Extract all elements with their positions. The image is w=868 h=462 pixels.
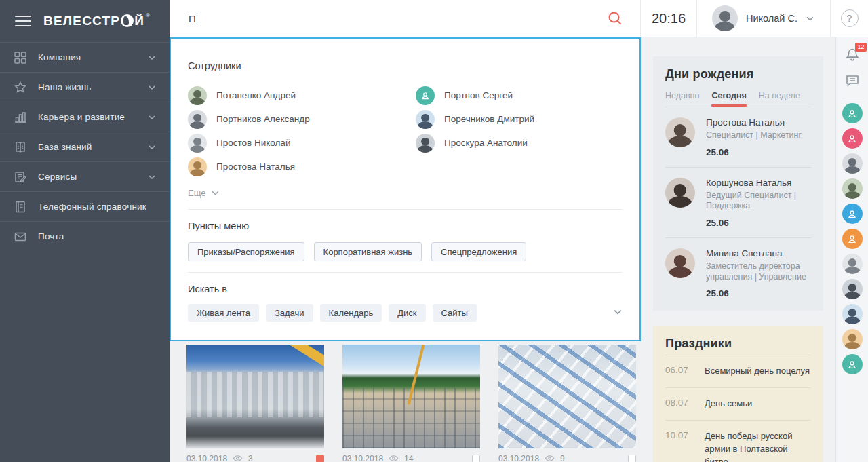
feed-date: 03.10.2018 <box>186 454 227 462</box>
birthday-avatar <box>665 178 695 208</box>
contact-avatar[interactable] <box>842 178 863 199</box>
birthdays-tabs: Недавно Сегодня На неделе <box>665 91 811 107</box>
chevron-down-icon <box>148 83 156 92</box>
sidebar: ВЕЛЕССТРЙ® Компания Наша жизнь Карьера и… <box>0 0 170 462</box>
employee-result[interactable]: Простова Наталья <box>188 157 416 176</box>
media-badge-icon <box>472 455 480 462</box>
employee-result[interactable]: Поречников Дмитрий <box>416 110 623 129</box>
contact-avatar[interactable] <box>842 153 863 174</box>
tab-this-week[interactable]: На неделе <box>759 91 800 107</box>
search-in-chip[interactable]: Сайты <box>433 304 477 322</box>
feed-date: 03.10.2018 <box>342 454 383 462</box>
section-title-search-in: Искать в <box>188 284 623 294</box>
sidebar-item-career[interactable]: Карьера и развитие <box>0 102 170 132</box>
employee-result[interactable]: Потапенко Андрей <box>188 86 416 105</box>
divider <box>188 209 623 210</box>
eye-icon <box>233 453 243 462</box>
search-in-chip[interactable]: Живая лента <box>188 304 259 322</box>
employee-avatar <box>416 134 435 153</box>
search-in-chip[interactable]: Задачи <box>266 304 313 322</box>
show-more-button[interactable]: Еще <box>188 188 623 198</box>
search-in-chip[interactable]: Диск <box>389 304 425 322</box>
views-count: 9 <box>560 454 565 462</box>
employee-result[interactable]: Портников Александр <box>188 110 416 129</box>
holiday-entry: 06.07 Всемирный день поцелуя <box>665 355 811 387</box>
menu-item-button[interactable]: Корпоративная жизнь <box>314 242 422 261</box>
sidebar-item-company[interactable]: Компания <box>0 42 170 72</box>
chevron-down-icon <box>148 173 156 181</box>
bell-icon[interactable]: 12 <box>844 47 861 63</box>
divider <box>842 98 863 98</box>
sidebar-item-phone-directory[interactable]: Телефонный справочник <box>0 191 170 221</box>
contact-avatar[interactable] <box>842 329 863 349</box>
tab-recent[interactable]: Недавно <box>665 91 699 107</box>
birthday-entry[interactable]: Коршунова Наталья Ведущий Специалист | П… <box>665 167 811 237</box>
company-logo[interactable]: ВЕЛЕССТРЙ® <box>43 14 151 28</box>
contact-avatar[interactable] <box>842 254 863 274</box>
menu-item-button[interactable]: Спецпредложения <box>431 242 526 261</box>
section-title-employees: Сотрудники <box>188 60 623 71</box>
search-results-panel: Сотрудники Потапенко Андрей Портников Ал… <box>170 37 641 341</box>
employee-result[interactable]: Портнов Сергей <box>416 86 623 105</box>
right-rail: 12 <box>835 37 868 462</box>
sidebar-item-services[interactable]: Сервисы <box>0 161 170 191</box>
feed-photo[interactable] <box>498 345 636 448</box>
sidebar-item-mail[interactable]: Почта <box>0 221 170 251</box>
feed-photo[interactable] <box>186 345 324 448</box>
eye-icon <box>389 453 399 462</box>
chart-icon <box>14 111 27 124</box>
holiday-entry: 08.07 День семьи <box>665 387 811 420</box>
help-icon[interactable]: ? <box>841 9 859 27</box>
mail-icon <box>14 230 27 244</box>
employee-result[interactable]: Простов Николай <box>188 134 416 153</box>
search-in-chip[interactable]: Календарь <box>320 304 382 322</box>
sidebar-item-our-life[interactable]: Наша жизнь <box>0 72 170 102</box>
feed-meta: 03.10.2018 14 <box>342 453 480 462</box>
text-caret <box>197 12 197 24</box>
contact-avatar[interactable] <box>842 354 863 374</box>
feed-photo[interactable] <box>342 345 480 448</box>
employee-results: Потапенко Андрей Портников Александр Про… <box>188 83 623 178</box>
contact-avatar[interactable] <box>842 229 863 249</box>
divider <box>188 272 623 273</box>
contact-avatar[interactable] <box>842 279 863 299</box>
logo-registered-mark: ® <box>146 12 151 18</box>
employee-avatar <box>188 110 207 129</box>
sidebar-item-knowledge-base[interactable]: База знаний <box>0 132 170 161</box>
user-avatar <box>712 5 738 31</box>
employee-result[interactable]: Проскура Анатолий <box>416 134 623 153</box>
birthday-entry[interactable]: Минина Светлана Заместитель директора уп… <box>665 237 811 308</box>
menu-item-button[interactable]: Приказы/Распоряжения <box>188 242 304 261</box>
employee-avatar <box>416 110 435 129</box>
contact-avatar[interactable] <box>842 103 863 123</box>
birthday-avatar <box>665 248 695 278</box>
logo-text-left: ВЕЛЕССТР <box>43 14 120 28</box>
chevron-down-icon[interactable] <box>613 307 623 317</box>
employee-avatar <box>188 86 207 105</box>
user-menu[interactable]: Николай С. <box>697 0 831 37</box>
contact-avatar[interactable] <box>842 128 863 149</box>
chevron-down-icon <box>211 189 220 197</box>
menu-item-results: Приказы/Распоряжения Корпоративная жизнь… <box>188 242 623 261</box>
search-input[interactable]: П <box>170 0 641 37</box>
employee-avatar <box>188 157 207 176</box>
birthday-entry[interactable]: Простова Наталья Специалист | Маркетинг … <box>665 107 811 167</box>
contact-avatar[interactable] <box>842 204 863 224</box>
birthdays-card: Дни рождения Недавно Сегодня На неделе П… <box>653 56 823 311</box>
views-count: 14 <box>404 454 413 462</box>
chevron-down-icon <box>148 113 156 121</box>
contact-avatar[interactable] <box>842 304 863 324</box>
holidays-title: Праздники <box>665 336 811 351</box>
sidebar-item-label: Компания <box>38 52 137 62</box>
sidebar-item-label: Наша жизнь <box>38 82 137 92</box>
chat-icon[interactable] <box>844 73 861 89</box>
right-column: Дни рождения Недавно Сегодня На неделе П… <box>641 37 835 462</box>
user-name: Николай С. <box>746 13 797 24</box>
hamburger-menu-icon[interactable] <box>15 16 31 26</box>
sidebar-item-label: База знаний <box>38 142 137 152</box>
feed-meta: 03.10.2018 9 <box>498 453 636 462</box>
tab-today[interactable]: Сегодня <box>711 91 746 107</box>
search-icon[interactable] <box>606 9 624 27</box>
sidebar-item-label: Сервисы <box>38 172 137 182</box>
person-icon <box>416 86 435 105</box>
